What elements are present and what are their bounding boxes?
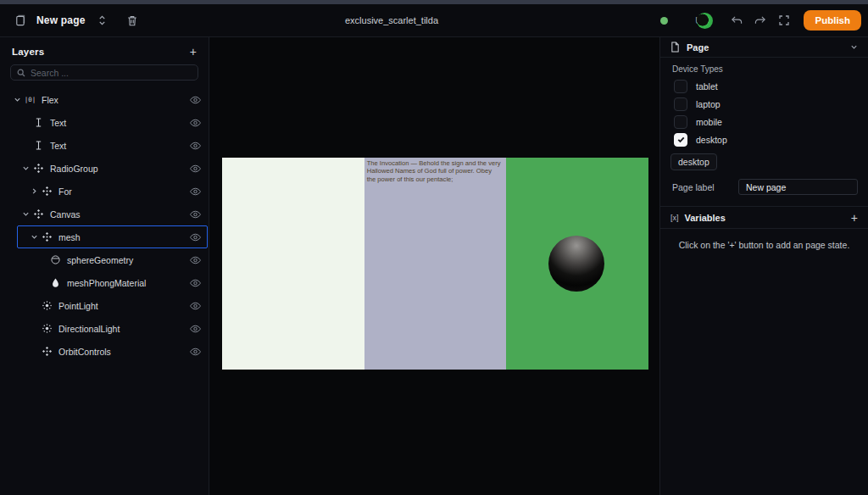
layer-item-label: OrbitControls	[58, 347, 111, 357]
text-icon	[32, 141, 45, 150]
variables-icon: [x]	[670, 214, 679, 222]
layer-item-meshphongmaterial[interactable]: meshPhongMaterial	[0, 271, 209, 294]
layer-item-label: mesh	[58, 232, 81, 242]
chevron-down-icon[interactable]	[19, 164, 32, 172]
layer-item-label: DirectionalLight	[58, 324, 120, 334]
checkbox-desktop[interactable]	[674, 133, 687, 147]
visibility-eye-icon[interactable]	[190, 209, 201, 219]
checkbox-laptop[interactable]	[674, 97, 687, 111]
layer-item-label: Flex	[42, 95, 58, 105]
device-type-label: desktop	[696, 135, 727, 145]
text-icon	[32, 118, 45, 127]
page-label-input[interactable]	[738, 179, 858, 195]
layer-item-label: meshPhongMaterial	[67, 278, 146, 288]
light-icon	[41, 324, 53, 333]
layers-header: Layers +	[12, 46, 197, 58]
fullscreen-icon[interactable]	[776, 13, 792, 28]
chevron-right-icon[interactable]	[27, 187, 41, 195]
app-root: New page exclusive_scarlet_tilda U	[0, 0, 868, 495]
visibility-eye-icon[interactable]	[190, 232, 201, 242]
device-type-row-laptop[interactable]: laptop	[674, 95, 868, 113]
device-type-row-tablet[interactable]: tablet	[674, 77, 868, 95]
project-title: exclusive_scarlet_tilda	[345, 15, 438, 25]
page-label-caption: Page label	[672, 182, 715, 192]
visibility-eye-icon[interactable]	[190, 164, 201, 173]
device-type-label: laptop	[696, 99, 721, 109]
visibility-eye-icon[interactable]	[190, 255, 201, 264]
layer-item-text[interactable]: Text	[0, 111, 209, 134]
page-copy-icon[interactable]	[12, 13, 27, 28]
delete-page-icon[interactable]	[125, 13, 140, 28]
selected-device-chip[interactable]: desktop	[670, 153, 717, 170]
user-avatar[interactable]: U	[695, 13, 713, 29]
visibility-eye-icon[interactable]	[190, 95, 201, 104]
swap-page-icon[interactable]	[95, 13, 110, 28]
add-layer-button[interactable]: +	[190, 46, 197, 58]
device-type-label: mobile	[696, 117, 722, 127]
visibility-eye-icon[interactable]	[190, 141, 201, 150]
publish-button[interactable]: Publish	[804, 10, 861, 31]
variables-header: [x] Variables +	[660, 207, 868, 229]
canvas-area[interactable]: The Invocation — Behold the sign and the…	[210, 37, 659, 495]
chevron-down-icon[interactable]	[19, 210, 32, 218]
flex-icon: |0|	[24, 96, 36, 103]
layer-item-label: Text	[50, 141, 66, 151]
device-type-label: tablet	[696, 81, 718, 92]
layer-item-spheregeometry[interactable]: sphereGeometry	[0, 248, 209, 271]
visibility-eye-icon[interactable]	[190, 324, 201, 333]
chevron-down-icon[interactable]	[850, 43, 858, 51]
layer-item-canvas[interactable]: Canvas	[0, 203, 209, 225]
canvas-frame: The Invocation — Behold the sign and the…	[222, 158, 648, 370]
device-type-row-desktop[interactable]: desktop	[674, 131, 868, 148]
canvas-column-2[interactable]: The Invocation — Behold the sign and the…	[364, 158, 507, 370]
visibility-eye-icon[interactable]	[190, 118, 201, 127]
component-icon	[32, 209, 45, 219]
undo-icon[interactable]	[729, 13, 744, 28]
component-icon	[41, 347, 53, 356]
chevron-down-icon[interactable]	[27, 233, 41, 241]
visibility-eye-icon[interactable]	[190, 186, 201, 196]
checkbox-tablet[interactable]	[674, 80, 687, 93]
search-icon	[17, 69, 25, 77]
add-variable-button[interactable]: +	[851, 212, 858, 224]
droplet-icon	[49, 278, 62, 287]
device-type-list: tabletlaptopmobiledesktop	[674, 77, 868, 148]
visibility-eye-icon[interactable]	[190, 278, 201, 287]
page-label-row: Page label	[672, 179, 858, 195]
layer-item-label: sphereGeometry	[67, 255, 133, 265]
checkbox-mobile[interactable]	[674, 115, 687, 129]
visibility-eye-icon[interactable]	[190, 347, 201, 356]
invocation-text[interactable]: The Invocation — Behold the sign and the…	[364, 158, 504, 183]
page-panel: Page Device Types tabletlaptopmobiledesk…	[659, 37, 868, 495]
layers-title: Layers	[12, 47, 44, 57]
layer-item-orbitcontrols[interactable]: OrbitControls	[0, 340, 209, 363]
device-type-row-mobile[interactable]: mobile	[674, 113, 868, 131]
component-icon	[32, 164, 45, 173]
variables-title: Variables	[685, 213, 851, 223]
layer-item-mesh[interactable]: mesh	[0, 225, 209, 248]
search-input[interactable]	[31, 68, 192, 78]
canvas-column-1[interactable]	[222, 158, 364, 370]
visibility-eye-icon[interactable]	[190, 301, 201, 310]
sphere-3d-object[interactable]	[548, 236, 604, 292]
layer-search-box[interactable]	[10, 64, 198, 81]
top-bar: New page exclusive_scarlet_tilda U	[0, 4, 868, 37]
avatar-logo-icon	[697, 13, 713, 29]
component-icon	[41, 186, 53, 196]
page-panel-header[interactable]: Page	[660, 37, 868, 58]
layer-item-label: Canvas	[50, 209, 81, 220]
page-state-hint: Click on the '+' button to add an page s…	[660, 240, 868, 250]
layer-item-radiogroup[interactable]: RadioGroup	[0, 157, 209, 180]
page-icon	[670, 42, 680, 53]
layer-item-for[interactable]: For	[0, 180, 209, 203]
layer-item-label: Text	[50, 118, 66, 128]
layer-item-flex[interactable]: |0|Flex	[0, 88, 209, 111]
layer-item-text[interactable]: Text	[0, 134, 209, 157]
header-right-group: U Publish	[660, 4, 861, 36]
redo-icon[interactable]	[753, 13, 768, 28]
device-types-label: Device Types	[672, 64, 856, 74]
layer-tree: |0|FlexTextTextRadioGroupForCanvasmeshsp…	[0, 88, 209, 363]
chevron-down-icon[interactable]	[10, 96, 24, 103]
layer-item-pointlight[interactable]: PointLight	[0, 294, 209, 317]
layer-item-directionallight[interactable]: DirectionalLight	[0, 317, 209, 340]
